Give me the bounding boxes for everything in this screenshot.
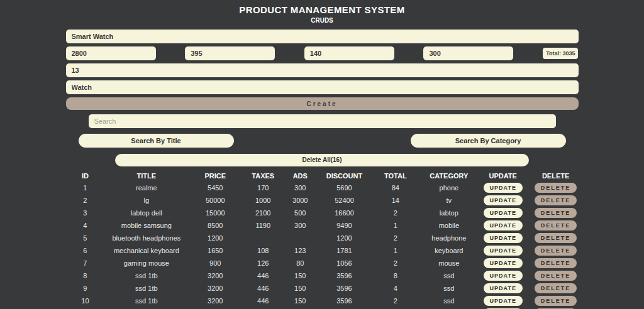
page-title: PRODUCT MANAGEMENT SYSTEM — [0, 4, 644, 15]
cell-total: 4 — [369, 282, 422, 295]
header-title: TITLE — [108, 170, 185, 182]
update-button[interactable]: UPDATE — [484, 246, 523, 256]
cell-ads: 123 — [280, 244, 319, 257]
cell-category: ssd — [422, 307, 476, 309]
delete-all-section: Delete All(16) — [115, 153, 529, 166]
cell-price: 900 — [185, 257, 245, 269]
cell-total: 2 — [369, 257, 422, 269]
cell-ads: 150 — [280, 282, 319, 295]
delete-button[interactable]: DELETE — [535, 296, 577, 306]
cell-update: UPDATE — [476, 194, 530, 207]
search-buttons-row: Search By Title Search By Category — [66, 134, 579, 148]
cell-title: mechanical keyboard — [108, 244, 185, 257]
table-row: 1 realme 5450 170 300 5690 84 phone UPDA… — [63, 182, 582, 194]
delete-button[interactable]: DELETE — [535, 283, 577, 293]
cell-update: UPDATE — [476, 182, 530, 194]
cell-taxes: 1190 — [245, 219, 280, 232]
price-input[interactable] — [66, 46, 156, 60]
cell-price: 1650 — [185, 244, 245, 257]
create-button[interactable]: Create — [66, 97, 579, 110]
cell-update: UPDATE — [476, 295, 530, 307]
cell-id: 5 — [63, 232, 108, 244]
cell-category: ssd — [422, 269, 476, 282]
ads-input[interactable] — [304, 46, 394, 60]
cell-total: 84 — [369, 182, 422, 194]
cell-price: 8500 — [185, 219, 245, 232]
cell-id: 3 — [63, 207, 108, 219]
header-discount: DISCOUNT — [319, 170, 369, 182]
cell-delete: DELETE — [530, 244, 582, 257]
cell-id: 7 — [63, 257, 108, 269]
cell-delete: DELETE — [530, 257, 582, 269]
number-inputs-row: Total: 3035 — [66, 46, 579, 60]
cell-delete: DELETE — [530, 182, 582, 194]
cell-ads: 80 — [280, 257, 319, 269]
cell-total: 2 — [369, 295, 422, 307]
search-input[interactable] — [89, 114, 556, 128]
delete-button[interactable]: DELETE — [535, 220, 577, 230]
cell-ads: 150 — [280, 307, 319, 309]
cell-category: keyboard — [422, 244, 476, 257]
cell-delete: DELETE — [530, 269, 582, 282]
update-button[interactable]: UPDATE — [484, 271, 523, 281]
cell-update: UPDATE — [476, 244, 530, 257]
taxes-input[interactable] — [185, 46, 275, 60]
update-button[interactable]: UPDATE — [484, 296, 523, 306]
cell-update: UPDATE — [476, 269, 530, 282]
update-button[interactable]: UPDATE — [484, 258, 523, 268]
delete-button[interactable]: DELETE — [535, 208, 577, 218]
total-badge: Total: 3035 — [543, 48, 578, 59]
cell-discount: 52400 — [319, 194, 369, 207]
cell-price: 5450 — [185, 182, 245, 194]
delete-button[interactable]: DELETE — [535, 183, 577, 193]
update-button[interactable]: UPDATE — [484, 283, 523, 293]
count-input[interactable] — [66, 63, 579, 77]
cell-delete: DELETE — [530, 295, 582, 307]
cell-discount: 3596 — [319, 269, 369, 282]
cell-ads: 3000 — [280, 194, 319, 207]
cell-taxes: 446 — [245, 282, 280, 295]
cell-id: 10 — [63, 295, 108, 307]
cell-taxes: 108 — [245, 244, 280, 257]
discount-input[interactable] — [423, 46, 513, 60]
cell-title: ssd 1tb — [108, 269, 185, 282]
cell-total: 14 — [369, 194, 422, 207]
title-input[interactable] — [66, 30, 579, 43]
cell-taxes — [245, 232, 280, 244]
delete-button[interactable]: DELETE — [535, 271, 577, 281]
cell-discount: 9490 — [319, 219, 369, 232]
cell-category: tv — [422, 194, 476, 207]
cell-ads: 300 — [280, 219, 319, 232]
delete-button[interactable]: DELETE — [535, 258, 577, 268]
delete-button[interactable]: DELETE — [535, 246, 577, 256]
delete-button[interactable]: DELETE — [535, 233, 577, 243]
search-by-title-button[interactable]: Search By Title — [79, 134, 234, 148]
cell-taxes: 126 — [245, 257, 280, 269]
cell-id: 1 — [63, 182, 108, 194]
search-by-category-button[interactable]: Search By Category — [411, 134, 566, 148]
cell-discount: 3596 — [319, 307, 369, 309]
delete-button[interactable]: DELETE — [535, 195, 577, 205]
cell-title: ssd 1tb — [108, 295, 185, 307]
cell-total: 1 — [369, 219, 422, 232]
table-row: 9 ssd 1tb 3200 446 150 3596 4 ssd UPDATE… — [63, 282, 582, 295]
update-button[interactable]: UPDATE — [484, 183, 523, 193]
cell-title: ssd 1tb — [108, 307, 185, 309]
delete-all-button[interactable]: Delete All(16) — [115, 154, 529, 166]
cell-title: bluetooth headphones — [108, 232, 185, 244]
cell-taxes: 170 — [245, 182, 280, 194]
cell-ads: 150 — [280, 269, 319, 282]
update-button[interactable]: UPDATE — [484, 195, 523, 205]
cell-id: 8 — [63, 269, 108, 282]
cell-category: phone — [422, 182, 476, 194]
cell-taxes: 2100 — [245, 207, 280, 219]
cell-title: labtop dell — [108, 207, 185, 219]
cell-price: 3200 — [185, 307, 245, 309]
cell-price: 1200 — [185, 232, 245, 244]
update-button[interactable]: UPDATE — [484, 233, 523, 243]
update-button[interactable]: UPDATE — [484, 220, 523, 230]
update-button[interactable]: UPDATE — [484, 208, 523, 218]
table-row: 6 mechanical keyboard 1650 108 123 1781 … — [63, 244, 582, 257]
category-input[interactable] — [66, 80, 579, 94]
table-row: 3 labtop dell 15000 2100 500 16600 2 lab… — [63, 207, 582, 219]
